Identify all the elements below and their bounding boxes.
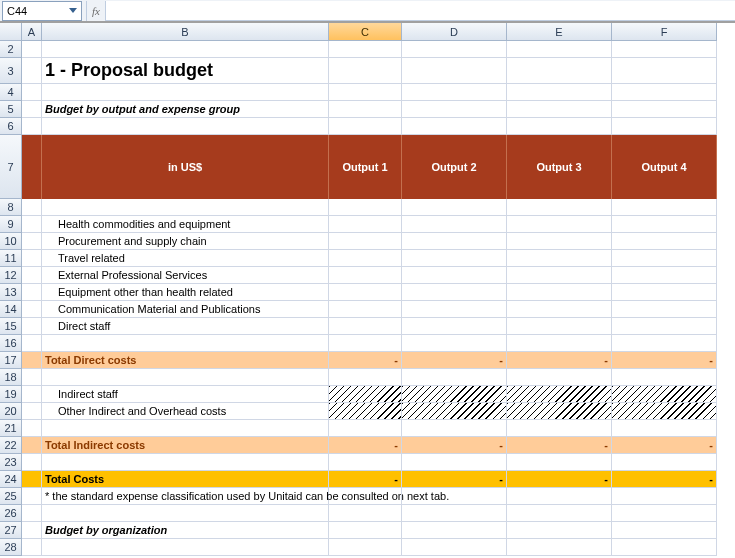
cell[interactable] <box>507 216 612 233</box>
total-indirect-val[interactable]: - <box>329 437 402 454</box>
cell[interactable] <box>402 216 507 233</box>
cell[interactable] <box>507 118 612 135</box>
fx-icon[interactable]: fx <box>86 1 106 21</box>
row-header-9[interactable]: 9 <box>0 216 22 233</box>
line-item[interactable]: Procurement and supply chain <box>42 233 329 250</box>
cell[interactable] <box>507 101 612 118</box>
row-header-10[interactable]: 10 <box>0 233 22 250</box>
cell[interactable] <box>22 488 42 505</box>
cell[interactable] <box>612 118 717 135</box>
col-header-A[interactable]: A <box>22 23 42 41</box>
total-direct-label[interactable]: Total Direct costs <box>42 352 329 369</box>
cell[interactable] <box>22 118 42 135</box>
row-header-6[interactable]: 6 <box>0 118 22 135</box>
cell[interactable] <box>22 318 42 335</box>
footnote[interactable]: * the standard expense classification us… <box>42 488 329 505</box>
cell[interactable] <box>402 522 507 539</box>
cell[interactable] <box>22 101 42 118</box>
cell[interactable] <box>507 335 612 352</box>
cell[interactable] <box>22 454 42 471</box>
line-item[interactable]: Travel related <box>42 250 329 267</box>
cell[interactable] <box>402 403 507 420</box>
cell[interactable] <box>329 488 402 505</box>
cell[interactable] <box>22 369 42 386</box>
cell[interactable] <box>507 284 612 301</box>
row-header-27[interactable]: 27 <box>0 522 22 539</box>
col-header-C[interactable]: C <box>329 23 402 41</box>
cell[interactable] <box>329 522 402 539</box>
row-header-7[interactable]: 7 <box>0 135 22 199</box>
cell[interactable] <box>612 199 717 216</box>
total-costs-val[interactable]: - <box>507 471 612 488</box>
cell[interactable] <box>22 250 42 267</box>
total-direct-val[interactable]: - <box>507 352 612 369</box>
cell[interactable] <box>329 58 402 84</box>
cell[interactable] <box>329 369 402 386</box>
cell[interactable] <box>22 199 42 216</box>
cell[interactable] <box>507 386 612 403</box>
section2-subtitle[interactable]: Budget by organization <box>42 522 329 539</box>
cell[interactable] <box>402 505 507 522</box>
table-header-output1[interactable]: Output 1 <box>329 135 402 199</box>
cell[interactable] <box>22 301 42 318</box>
cell[interactable] <box>507 301 612 318</box>
total-indirect-val[interactable]: - <box>507 437 612 454</box>
cell[interactable] <box>42 84 329 101</box>
cell[interactable] <box>507 233 612 250</box>
cell[interactable] <box>507 84 612 101</box>
cell[interactable] <box>329 284 402 301</box>
cell[interactable] <box>22 386 42 403</box>
cell[interactable] <box>402 250 507 267</box>
cell[interactable] <box>329 403 402 420</box>
cell[interactable] <box>42 539 329 556</box>
cell[interactable] <box>612 488 717 505</box>
row-header-15[interactable]: 15 <box>0 318 22 335</box>
cell[interactable] <box>329 301 402 318</box>
row-header-2[interactable]: 2 <box>0 41 22 58</box>
cell[interactable] <box>507 454 612 471</box>
cell[interactable] <box>329 199 402 216</box>
cell[interactable] <box>402 386 507 403</box>
cell[interactable] <box>402 369 507 386</box>
cell[interactable] <box>612 318 717 335</box>
row-header-25[interactable]: 25 <box>0 488 22 505</box>
total-indirect-val[interactable]: - <box>612 437 717 454</box>
cell[interactable] <box>507 522 612 539</box>
cell[interactable] <box>22 284 42 301</box>
select-all-corner[interactable] <box>0 23 22 41</box>
row-header-22[interactable]: 22 <box>0 437 22 454</box>
row-header-12[interactable]: 12 <box>0 267 22 284</box>
cell[interactable] <box>329 386 402 403</box>
cell[interactable] <box>612 267 717 284</box>
name-box[interactable]: C44 <box>2 1 82 21</box>
page-title[interactable]: 1 - Proposal budget <box>42 58 329 84</box>
cell[interactable] <box>612 335 717 352</box>
cell[interactable] <box>22 216 42 233</box>
cell[interactable] <box>507 369 612 386</box>
cell[interactable] <box>612 233 717 250</box>
row-header-20[interactable]: 20 <box>0 403 22 420</box>
row-header-16[interactable]: 16 <box>0 335 22 352</box>
col-header-B[interactable]: B <box>42 23 329 41</box>
cell[interactable] <box>42 505 329 522</box>
cell[interactable] <box>402 454 507 471</box>
cell[interactable] <box>402 318 507 335</box>
row-header-23[interactable]: 23 <box>0 454 22 471</box>
line-item[interactable]: Health commodities and equipment <box>42 216 329 233</box>
cell[interactable] <box>507 488 612 505</box>
col-header-E[interactable]: E <box>507 23 612 41</box>
cell[interactable] <box>402 233 507 250</box>
cell[interactable] <box>22 471 42 488</box>
row-header-24[interactable]: 24 <box>0 471 22 488</box>
cell[interactable] <box>22 233 42 250</box>
total-direct-val[interactable]: - <box>402 352 507 369</box>
cell[interactable] <box>612 101 717 118</box>
cell[interactable] <box>22 352 42 369</box>
cell[interactable] <box>507 267 612 284</box>
cell[interactable] <box>42 420 329 437</box>
cell[interactable] <box>22 539 42 556</box>
line-item[interactable]: Other Indirect and Overhead costs <box>42 403 329 420</box>
row-header-13[interactable]: 13 <box>0 284 22 301</box>
table-header-output4[interactable]: Output 4 <box>612 135 717 199</box>
cell[interactable] <box>612 58 717 84</box>
